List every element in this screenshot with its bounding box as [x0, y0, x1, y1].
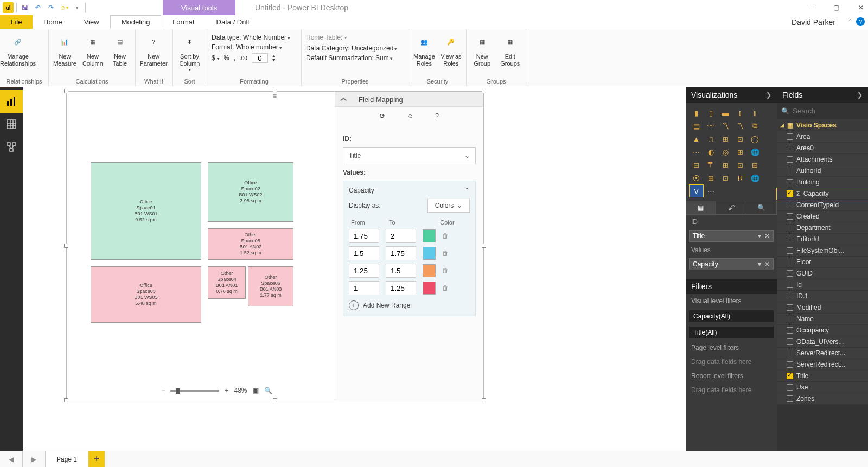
range-from-input[interactable] — [349, 229, 379, 243]
viz-type-icon[interactable]: ⊟ — [690, 159, 703, 171]
field-modified[interactable]: Modified — [777, 302, 868, 314]
sort-by-column-button[interactable]: ⬍Sort by Column▾ — [177, 31, 202, 73]
checkbox[interactable] — [787, 145, 793, 151]
viz-type-icon[interactable]: ⊡ — [719, 172, 732, 184]
visualizations-header[interactable]: Visualizations❯ — [686, 87, 777, 103]
analytics-tab-icon[interactable]: 🔍 — [746, 201, 777, 214]
viz-type-icon[interactable]: R — [733, 172, 747, 184]
data-type-dropdown[interactable]: Data type: Whole Number — [212, 34, 290, 41]
viz-type-icon[interactable]: ▤ — [690, 120, 703, 132]
expand-icon[interactable]: ◢ — [780, 123, 784, 128]
viz-type-icon[interactable]: 〒 — [704, 159, 718, 171]
checkbox[interactable] — [787, 327, 793, 334]
checkbox[interactable] — [787, 350, 793, 356]
space-space06[interactable]: OtherSpace06B01 AN031.77 sq m — [248, 266, 293, 306]
field-building[interactable]: Building — [777, 177, 868, 188]
smiley-icon[interactable]: ☺▾ — [58, 2, 70, 14]
viz-type-icon[interactable]: 〽 — [719, 120, 732, 132]
field-title[interactable]: Title — [777, 370, 868, 382]
field-occupancy[interactable]: Occupancy — [777, 325, 868, 336]
checkbox[interactable] — [787, 259, 793, 265]
checkbox[interactable] — [787, 316, 793, 322]
checkbox[interactable] — [787, 373, 793, 379]
chevron-right-icon[interactable]: ❯ — [340, 97, 347, 102]
range-to-input[interactable] — [386, 264, 416, 278]
viz-type-icon[interactable]: ⊞ — [719, 133, 732, 145]
viz-type-icon[interactable]: ⊡ — [733, 159, 747, 171]
space-space01[interactable]: OfficeSpace01B01 WS019.52 sq m — [91, 162, 201, 260]
field-name[interactable]: Name — [777, 314, 868, 325]
range-from-input[interactable] — [349, 281, 379, 295]
manage-relationships-button[interactable]: 🔗Manage Relationships — [4, 31, 31, 67]
save-icon[interactable]: 🖫 — [19, 2, 31, 14]
field-department[interactable]: Department — [777, 222, 868, 234]
contextual-tab-visual-tools[interactable]: Visual tools — [163, 0, 235, 15]
visio-visual[interactable]: ≡ ⛶ ⋯ OfficeSpace01B01 WS019.52 sq mOffi… — [66, 91, 484, 400]
range-from-input[interactable] — [349, 246, 379, 260]
checkbox[interactable] — [787, 293, 793, 299]
checkbox[interactable] — [787, 247, 793, 254]
viz-type-icon[interactable]: ⧉ — [748, 120, 762, 132]
drag-hint[interactable]: Drag data fields here — [686, 383, 777, 397]
viz-type-icon[interactable]: ▲ — [690, 133, 703, 145]
help-icon[interactable]: ? — [435, 112, 439, 120]
checkbox[interactable] — [787, 213, 793, 220]
viz-type-icon[interactable]: ⋯ — [690, 146, 703, 158]
checkbox[interactable] — [787, 133, 793, 140]
field-capacity[interactable]: ΣCapacity — [777, 188, 868, 200]
grip-icon[interactable]: ≡ — [273, 92, 277, 100]
help-icon[interactable]: ? — [856, 17, 865, 26]
delete-icon[interactable]: 🗑 — [442, 250, 449, 257]
default-summarization-dropdown[interactable]: Default Summarization: Sum — [306, 54, 397, 62]
comma-icon[interactable]: , — [234, 54, 235, 62]
viz-type-icon[interactable]: ◯ — [748, 133, 762, 145]
tab-file[interactable]: File — [0, 15, 33, 29]
redo-icon[interactable]: ↷ — [45, 2, 57, 14]
maximize-icon[interactable]: ▢ — [831, 4, 841, 11]
range-from-input[interactable] — [349, 264, 379, 278]
tab-home[interactable]: Home — [33, 15, 73, 29]
tab-view[interactable]: View — [73, 15, 110, 29]
checkbox[interactable] — [787, 202, 793, 208]
checkbox[interactable] — [787, 225, 793, 231]
decimals-input[interactable] — [252, 53, 268, 63]
edit-groups-button[interactable]: ▦Edit Groups — [499, 31, 522, 67]
viz-type-icon[interactable]: ⦿ — [690, 172, 703, 184]
page-tab-1[interactable]: Page 1 — [46, 451, 88, 467]
viz-type-icon[interactable]: ⫿ — [733, 107, 747, 119]
field-serverredirect[interactable]: ServerRedirect... — [777, 359, 868, 370]
space-space02[interactable]: OfficeSpace02B01 WS023.98 sq m — [208, 162, 293, 222]
checkbox[interactable] — [787, 384, 793, 391]
tab-format[interactable]: Format — [161, 15, 205, 29]
data-view-icon[interactable] — [0, 113, 23, 136]
delete-icon[interactable]: 🗑 — [442, 267, 449, 274]
space-space05[interactable]: OtherSpace05B01 AN021.52 sq m — [208, 228, 293, 260]
delete-icon[interactable]: 🗑 — [442, 232, 449, 240]
new-column-button[interactable]: ▦New Column — [82, 31, 104, 67]
scroll-left-icon[interactable]: ◀ — [0, 451, 23, 467]
viz-more-icon[interactable]: ⋯ — [704, 185, 718, 197]
viz-type-icon[interactable]: ⫿ — [748, 107, 762, 119]
viz-type-icon[interactable]: ▯ — [704, 107, 718, 119]
viz-type-icon[interactable]: ◎ — [719, 146, 732, 158]
viz-type-icon[interactable]: 〽 — [733, 120, 747, 132]
zoom-dialog-icon[interactable]: 🔍 — [264, 387, 272, 394]
search-input[interactable] — [793, 107, 868, 115]
viz-type-icon[interactable]: ▮ — [690, 107, 703, 119]
data-category-dropdown[interactable]: Data Category: Uncategorized — [306, 44, 397, 52]
close-icon[interactable]: ✕ — [856, 4, 866, 11]
space-space04[interactable]: OtherSpace04B01 AN010.76 sq m — [208, 266, 246, 299]
spinner-icon[interactable]: ▴▾ — [272, 54, 275, 62]
color-swatch[interactable] — [423, 247, 436, 260]
viz-type-icon[interactable]: 🌐 — [748, 146, 762, 158]
percent-icon[interactable]: % — [224, 54, 229, 62]
range-to-input[interactable] — [386, 281, 416, 295]
signed-in-user[interactable]: David Parker — [792, 15, 835, 29]
checkbox[interactable] — [787, 282, 793, 288]
checkbox[interactable] — [787, 168, 793, 174]
refresh-icon[interactable]: ⟳ — [380, 112, 385, 120]
zoom-slider[interactable] — [170, 390, 219, 392]
display-as-dropdown[interactable]: Colors⌄ — [427, 199, 470, 213]
checkbox[interactable] — [787, 395, 793, 402]
fields-search[interactable]: 🔍 — [777, 103, 868, 119]
